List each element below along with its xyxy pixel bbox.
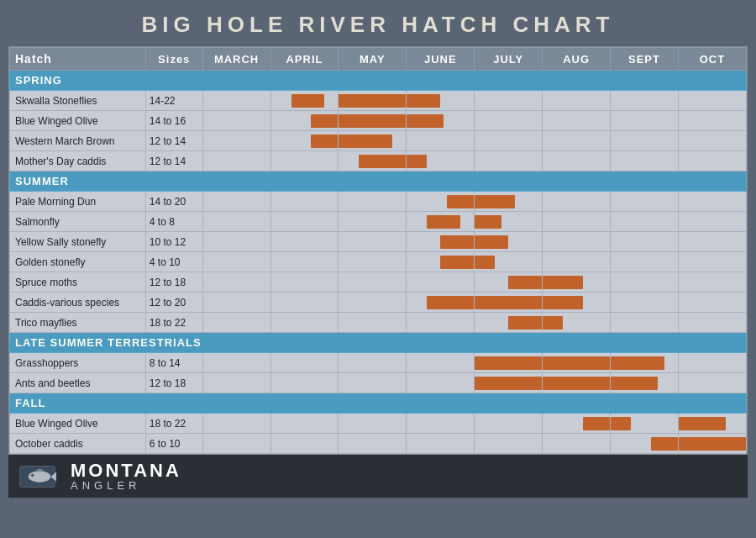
hatch-bar [543,276,583,289]
col-header-aug: AUG [543,48,611,71]
table-row: Trico mayflies18 to 22 [10,313,747,333]
month-cell [202,212,270,232]
month-cell [475,91,543,111]
hatch-bar [543,356,610,370]
month-cell [611,252,679,272]
month-cell [678,131,746,151]
month-cell [611,111,679,131]
table-row: Ants and beetles12 to 18 [10,373,747,393]
month-cell [475,192,543,212]
hatch-bar [475,256,495,269]
month-cell [270,353,339,373]
month-cell [543,111,611,131]
month-cell [339,212,407,232]
month-cell [407,272,475,293]
hatch-name-cell: Blue Winged Olive [10,111,146,131]
month-cell [339,232,407,252]
month-cell [202,313,270,333]
section-header-row: SPRING [10,71,747,91]
month-cell [407,414,475,434]
month-cell [543,293,611,313]
month-cell [611,272,679,293]
month-cell [202,131,270,151]
sizes-cell: 6 to 10 [145,434,202,454]
month-cell [202,414,270,434]
section-label: SUMMER [10,171,747,192]
month-cell [678,151,746,171]
col-header-sept: SEPT [611,48,679,71]
month-cell [678,353,746,373]
month-cell [202,353,270,373]
month-cell [270,293,339,313]
month-cell [339,111,407,131]
month-cell [339,434,407,454]
month-cell [202,373,270,393]
hatch-name-cell: Western March Brown [10,131,146,151]
month-cell [202,111,270,131]
hatch-bar [475,377,542,390]
month-cell [339,91,407,111]
sizes-cell: 12 to 18 [145,373,202,393]
svg-point-3 [31,473,34,476]
sizes-cell: 12 to 14 [145,131,202,151]
month-cell [678,111,746,131]
hatch-bar [407,155,427,168]
month-cell [543,131,611,151]
col-header-march: MARCH [202,48,270,71]
col-header-june: JUNE [407,48,475,71]
hatch-bar [611,417,631,430]
hatch-bar [427,296,474,309]
hatch-bar [427,215,460,229]
month-cell [407,293,475,313]
hatch-bar [339,134,392,148]
month-cell [339,151,407,171]
fish-icon [18,462,60,491]
month-cell [543,232,611,252]
hatch-bar [583,417,610,430]
month-cell [543,151,611,171]
hatch-bar [407,94,440,108]
month-cell [678,414,746,434]
month-cell [678,232,746,252]
month-cell [611,232,679,252]
month-cell [407,111,475,131]
hatch-bar [291,94,325,108]
month-cell [270,252,339,272]
month-cell [407,434,475,454]
month-cell [270,212,339,232]
month-cell [678,91,746,111]
month-cell [678,192,746,212]
sizes-cell: 12 to 20 [145,293,202,313]
month-cell [475,373,543,393]
month-cell [270,131,339,151]
hatch-name-cell: Golden stonefly [10,252,146,272]
month-cell [475,252,543,272]
month-cell [611,373,679,393]
month-cell [202,434,270,454]
table-row: Golden stonefly4 to 10 [10,252,747,272]
footer-logo [18,462,60,491]
month-cell [611,91,679,111]
hatch-name-cell: Grasshoppers [10,353,146,373]
month-cell [611,151,679,171]
month-cell [611,212,679,232]
month-cell [270,414,339,434]
table-header-row: Hatch Sizes MARCH APRIL MAY JUNE JULY AU… [10,48,747,71]
month-cell [202,232,270,252]
month-cell [475,414,543,434]
table-row: Skwalla Stoneflies14-22 [10,91,747,111]
hatch-bar [651,437,678,451]
month-cell [543,353,611,373]
month-cell [611,434,679,454]
month-cell [202,192,270,212]
hatch-bar [359,155,406,168]
hatch-bar [475,356,542,370]
hatch-name-cell: Pale Morning Dun [10,192,146,212]
month-cell [475,434,543,454]
footer: MONTANA ANGLER [8,455,748,498]
month-cell [611,313,679,333]
month-cell [543,212,611,232]
chart-wrapper: Hatch Sizes MARCH APRIL MAY JUNE JULY AU… [8,46,748,455]
col-header-hatch: Hatch [10,48,146,71]
sizes-cell: 10 to 12 [145,232,202,252]
